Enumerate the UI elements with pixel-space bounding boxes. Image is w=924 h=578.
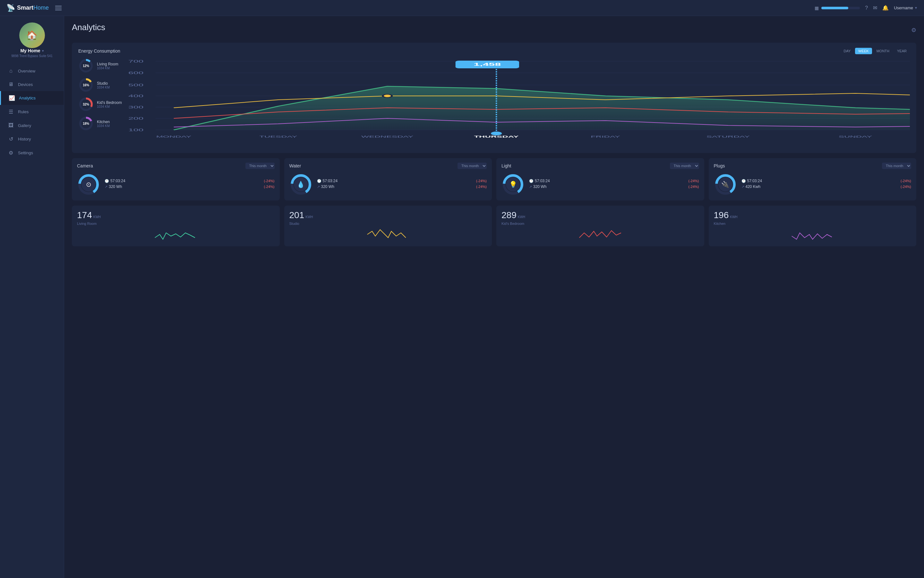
plugs-period-select[interactable]: This month Last month	[882, 162, 911, 169]
kitchen-spark	[714, 228, 911, 241]
stat-card-camera: Camera This month Last month ⊙	[72, 158, 280, 200]
sidebar-item-rules[interactable]: ☰ Rules	[0, 105, 64, 119]
bell-icon[interactable]: 🔔	[882, 5, 889, 11]
bottom-metric-studio: 201 KWH Studio	[284, 206, 492, 246]
svg-text:600: 600	[128, 71, 143, 75]
sidebar-home-name[interactable]: My Home ▾	[20, 48, 43, 53]
water-donut: 💧	[289, 173, 312, 196]
username-dropdown-arrow: ▼	[914, 6, 918, 10]
logo-icon: 📡	[6, 4, 15, 12]
svg-point-32	[491, 132, 502, 135]
svg-text:200: 200	[128, 117, 143, 120]
kitchen-value: 196	[714, 210, 729, 220]
water-icon: 💧	[294, 177, 308, 192]
kitchen-name: Kitchen	[714, 222, 911, 226]
tab-month[interactable]: MONTH	[873, 48, 893, 54]
donut-living-room: 12%	[78, 58, 94, 73]
light-wh-metric: ↗320 Wh (-24%)	[529, 184, 699, 189]
stat-card-title: Light	[502, 163, 511, 169]
tab-week[interactable]: WEEK	[855, 48, 872, 54]
studio-spark	[289, 228, 487, 241]
svg-text:THURSDAY: THURSDAY	[474, 135, 519, 138]
svg-text:100: 100	[128, 128, 143, 132]
legend-item-kids-bedroom: 32% Kid's Bedroom 1034 KM	[78, 97, 123, 112]
sidebar-item-analytics[interactable]: 📈 Analytics	[0, 91, 64, 105]
home-dropdown-arrow: ▾	[42, 49, 44, 53]
tab-year[interactable]: YEAR	[894, 48, 910, 54]
sidebar-item-devices[interactable]: 🖥 Devices	[0, 78, 64, 91]
light-donut: 💡	[502, 173, 525, 196]
legend-item-studio: 16% Studio 1034 KM	[78, 77, 123, 93]
logo: 📡 SmartHome	[6, 4, 49, 12]
sidebar-item-settings[interactable]: ⚙ Settings	[0, 146, 64, 160]
legend-item-kitchen: 18% Kitchen 1034 KM	[78, 116, 123, 131]
bottom-metric-living-room: 174 KWH Living Room	[72, 206, 280, 246]
energy-card-header: Energy Consumption DAY WEEK MONTH YEAR	[78, 48, 910, 54]
overview-icon: ⌂	[8, 68, 14, 74]
username-button[interactable]: Username ▼	[894, 5, 918, 10]
svg-text:FRIDAY: FRIDAY	[591, 135, 620, 138]
sidebar-item-overview[interactable]: ⌂ Overview	[0, 64, 64, 78]
sidebar-item-gallery[interactable]: 🖼 Gallery	[0, 119, 64, 132]
topnav: 📡 SmartHome ▦ ? ✉ 🔔 Username ▼	[0, 0, 924, 16]
help-icon[interactable]: ?	[865, 5, 868, 11]
plugs-icon: 🔌	[718, 177, 732, 192]
legend-panel: 12% Living Room 1034 KM	[78, 58, 123, 148]
progress-fill	[821, 7, 848, 9]
living-room-spark	[77, 228, 274, 241]
stat-card-water: Water This month Last month 💧	[284, 158, 492, 200]
svg-text:WEDNESDAY: WEDNESDAY	[361, 135, 414, 138]
sidebar-item-label: History	[18, 136, 31, 141]
progress-bg	[821, 7, 860, 9]
page-title: Analytics	[72, 23, 105, 32]
tab-day[interactable]: DAY	[840, 48, 854, 54]
stat-card-title: Water	[289, 163, 301, 169]
kids-bedroom-name: Kid's Bedroom	[502, 222, 699, 226]
time-tabs: DAY WEEK MONTH YEAR	[840, 48, 910, 54]
living-room-name: Living Room	[77, 222, 274, 226]
main-layout: 🏠 My Home ▾ 9898 Trent Bypass Suite 541 …	[0, 16, 924, 578]
svg-text:SUNDAY: SUNDAY	[839, 135, 872, 138]
svg-text:300: 300	[128, 106, 143, 109]
camera-period-select[interactable]: This month Last month	[245, 162, 274, 169]
stat-card-title: Plugs	[714, 163, 725, 169]
water-period-select[interactable]: This month Last month	[458, 162, 487, 169]
bottom-metric-kids-bedroom: 289 KWH Kid's Bedroom	[496, 206, 704, 246]
sidebar-item-history[interactable]: ↺ History	[0, 132, 64, 146]
light-time-metric: 🕐57:03:24 (-24%)	[529, 179, 699, 183]
plugs-donut: 🔌	[714, 173, 737, 196]
analytics-icon: 📈	[9, 95, 15, 101]
content-area: Analytics ⚙ Energy Consumption DAY WEEK …	[64, 16, 924, 578]
stat-card-light: Light This month Last month 💡	[496, 158, 704, 200]
svg-text:700: 700	[128, 60, 143, 63]
hamburger-button[interactable]	[55, 6, 62, 10]
progress-bar: ▦	[815, 5, 860, 11]
sidebar-item-label: Settings	[18, 151, 33, 155]
sidebar-item-label: Devices	[18, 82, 33, 87]
light-period-select[interactable]: This month Last month	[670, 162, 699, 169]
plugs-time-metric: 🕐57:03:24 (-24%)	[741, 179, 911, 183]
stat-cards-row: Camera This month Last month ⊙	[72, 158, 916, 200]
water-wh-metric: ↗320 Wh (-24%)	[317, 184, 487, 189]
logo-text: SmartHome	[17, 5, 49, 11]
topnav-left: 📡 SmartHome	[6, 4, 62, 12]
svg-text:400: 400	[128, 94, 143, 98]
energy-chart: 700 600 500 400 300 200 100	[128, 58, 910, 141]
stat-card-title: Camera	[77, 163, 93, 169]
sidebar: 🏠 My Home ▾ 9898 Trent Bypass Suite 541 …	[0, 16, 64, 578]
bottom-metric-kitchen: 196 KWH Kitchen	[709, 206, 917, 246]
svg-point-30	[383, 94, 392, 97]
sidebar-address: 9898 Trent Bypass Suite 541	[8, 54, 55, 58]
topnav-right: ▦ ? ✉ 🔔 Username ▼	[815, 5, 918, 11]
donut-kids-bedroom: 32%	[78, 97, 94, 112]
donut-studio: 16%	[78, 77, 94, 93]
sidebar-item-label: Gallery	[18, 123, 31, 128]
sidebar-item-label: Overview	[18, 69, 35, 73]
donut-label: 18%	[83, 122, 89, 125]
settings-gear-icon[interactable]: ⚙	[911, 27, 916, 34]
grid-icon: ▦	[815, 5, 819, 11]
avatar: 🏠	[19, 23, 45, 48]
living-room-value: 174	[77, 210, 92, 220]
kids-bedroom-value: 289	[502, 210, 516, 220]
mail-icon[interactable]: ✉	[873, 5, 877, 11]
